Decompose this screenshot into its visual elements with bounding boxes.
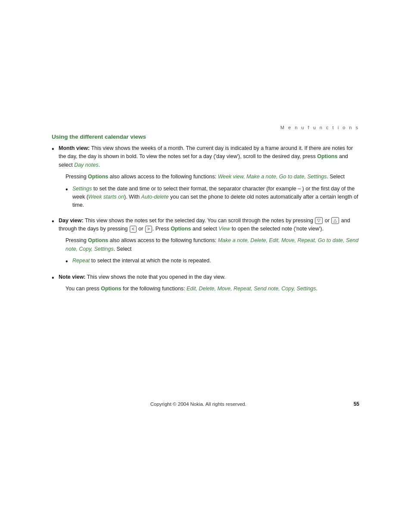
day-repeat-text: Repeat to select the interval at which t… — [72, 257, 211, 265]
bullet-dot-note: • — [52, 274, 59, 283]
month-view-bold-label: Month view: — [59, 145, 90, 151]
key-scroll-up: △ — [331, 217, 339, 224]
list-item-month-view: • Month view: This view shows the weeks … — [52, 144, 359, 212]
header: M e n u f u n c t i o n s — [0, 0, 411, 134]
day-view-bold-label: Day view: — [59, 218, 84, 224]
sub-bullet-dot-repeat: • — [65, 257, 72, 266]
month-view-label: Month view: This view shows the weeks of… — [59, 145, 353, 168]
month-week-view-link: Week view, Make a note, Go to date, Sett… — [218, 174, 327, 180]
key-scroll-down: ▽ — [315, 217, 323, 224]
month-day-notes-link: Day notes — [74, 162, 98, 168]
month-indent-block: Pressing Options also allows access to t… — [65, 173, 359, 181]
repeat-link: Repeat — [72, 258, 90, 264]
month-sub-bullet-list: • Settings to set the date and time or t… — [65, 185, 359, 210]
day-view-link: View — [218, 226, 230, 232]
note-functions-links: Edit, Delete, Move, Repeat, Send note, C… — [187, 286, 316, 292]
auto-delete-link: Auto-delete — [141, 194, 169, 200]
key-left: < — [130, 226, 137, 233]
month-options-1: Options — [317, 153, 337, 159]
footer: Copyright © 2004 Nokia. All rights reser… — [0, 401, 411, 407]
day-functions-links: Make a note, Delete, Edit, Move, Repeat,… — [65, 237, 358, 252]
day-view-text: Day view: This view shows the notes set … — [59, 218, 350, 232]
sub-bullet-dot-settings: • — [65, 185, 72, 194]
settings-link: Settings — [72, 186, 92, 192]
page-number: 55 — [354, 401, 359, 407]
list-item-day-view: • Day view: This view shows the notes se… — [52, 217, 359, 269]
note-view-content: Note view: This view shows the note that… — [59, 273, 359, 297]
note-options: Options — [101, 286, 121, 292]
day-indent-block: Pressing Options also allows access to t… — [65, 236, 359, 253]
page: M e n u f u n c t i o n s Using the diff… — [0, 0, 411, 532]
note-indent-block: You can press Options for the following … — [65, 285, 359, 293]
main-bullet-list: • Month view: This view shows the weeks … — [52, 144, 359, 297]
bullet-dot-day: • — [52, 217, 59, 226]
bullet-dot-month: • — [52, 145, 59, 154]
day-options-2: Options — [88, 237, 108, 243]
copyright-text: Copyright © 2004 Nokia. All rights reser… — [52, 401, 345, 407]
day-sub-bullet-list: • Repeat to select the interval at which… — [65, 257, 359, 266]
day-sub-item-repeat: • Repeat to select the interval at which… — [65, 257, 359, 266]
day-options-1: Options — [171, 226, 191, 232]
note-view-bold-label: Note view: — [59, 274, 86, 280]
menu-functions-label: M e n u f u n c t i o n s — [280, 125, 359, 130]
content-area: Using the different calendar views • Mon… — [0, 134, 411, 297]
month-sub-item-settings: • Settings to set the date and time or t… — [65, 185, 359, 210]
month-options-2: Options — [88, 174, 108, 180]
month-settings-text: Settings to set the date and time or to … — [72, 185, 359, 210]
month-view-content: Month view: This view shows the weeks of… — [59, 144, 359, 212]
list-item-note-view: • Note view: This view shows the note th… — [52, 273, 359, 297]
key-right: > — [145, 226, 152, 233]
week-starts-on-link: Week starts on — [88, 194, 124, 200]
section-title: Using the different calendar views — [52, 134, 359, 140]
day-view-content: Day view: This view shows the notes set … — [59, 217, 359, 269]
note-view-text: Note view: This view shows the note that… — [59, 274, 226, 280]
